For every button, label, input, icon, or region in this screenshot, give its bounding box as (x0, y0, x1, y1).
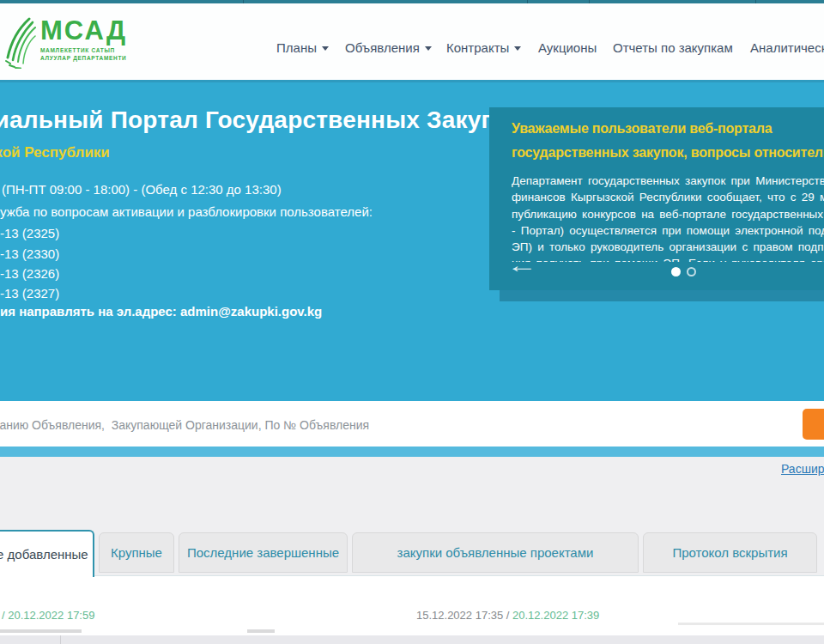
portal-title: Официальный Портал Государственных Закуп… (0, 106, 523, 134)
support-phone: -13 (2327) (0, 286, 59, 301)
logo-text: МСАД МАМЛЕКЕТТИК САТЫП АЛУУЛАР ДЕПАРТАМЕ… (40, 17, 127, 61)
nav-item-announcements[interactable]: Объявления (345, 40, 432, 55)
announcement-heading-line1: Уважаемые пользователи веб-портала (512, 121, 772, 137)
nav-label: Аналитические отчеты (750, 40, 824, 55)
admin-email-line: ия направлять на эл.адрес: admin@zakupki… (0, 304, 322, 319)
working-hours: (ПН-ПТ 09:00 - 18:00) - (Обед с 12:30 до… (2, 182, 282, 197)
hero-banner: Официальный Портал Государственных Закуп… (0, 80, 824, 401)
nav-label: Объявления (345, 40, 420, 55)
announcement-body-line: - Портал) осуществляется при помощи элек… (512, 222, 824, 239)
nav-label: Отчеты по закупкам (613, 40, 733, 55)
carousel-dot-active[interactable] (671, 267, 681, 276)
announcement-body-line: Департамент государственных закупок при … (512, 173, 824, 189)
carousel-dot[interactable] (687, 267, 696, 276)
support-service-line: ужба по вопросам активации и разблокиров… (0, 204, 373, 219)
portal-subtitle: Кыргызской Республики (0, 144, 110, 161)
announcement-body-line: финансов Кыргызской Республики сообщает,… (512, 189, 824, 205)
support-phone: -13 (2330) (0, 246, 59, 261)
announcement-heading-line2: государственных закупок, вопросы относит… (512, 145, 824, 161)
search-bar (0, 401, 824, 447)
horizontal-scrollbar[interactable] (0, 635, 824, 644)
carousel-dots (671, 267, 696, 276)
logo[interactable]: МСАД МАМЛЕКЕТТИК САТЫП АЛУУЛАР ДЕПАРТАМЕ… (5, 17, 127, 72)
nav-item-procurement-reports[interactable]: Отчеты по закупкам (613, 40, 733, 55)
logo-title: МСАД (40, 17, 127, 46)
publish-date: / 20.12.2022 17:59 (2, 609, 94, 622)
nav-item-plans[interactable]: Планы (276, 40, 329, 55)
cyan-divider-strip (0, 447, 824, 457)
chevron-down-icon (425, 46, 432, 51)
clipped-item-text (678, 623, 824, 625)
list-item-dates: 15.12.2022 17:35 / 20.12.2022 17:39 (416, 609, 599, 622)
update-date: 20.12.2022 17:39 (512, 609, 599, 622)
nav-label: Контракты (446, 40, 509, 55)
search-button[interactable] (803, 409, 824, 440)
nav-label: Планы (276, 40, 317, 55)
advanced-search-link[interactable]: Расширенный поиск (781, 462, 824, 476)
logo-subtitle-line1: МАМЛЕКЕТТИК САТЫП (40, 47, 127, 53)
list-item-dates: / 20.12.2022 17:59 (2, 609, 94, 622)
nav-item-contracts[interactable]: Контракты (446, 40, 521, 55)
nav-label: Аукционы (538, 40, 597, 55)
site-header: МСАД МАМЛЕКЕТТИК САТЫП АЛУУЛАР ДЕПАРТАМЕ… (0, 3, 824, 80)
tab-project-procurements[interactable]: закупки объявленные проектами (352, 532, 639, 573)
support-phone: -13 (2325) (0, 226, 59, 240)
scrollbar-divider (60, 635, 61, 644)
tab-content-panel: / 20.12.2022 17:59 15.12.2022 17:35 / 20… (0, 575, 824, 644)
chevron-down-icon (514, 46, 521, 51)
announcement-body-line: ния получать при помощи ЭП. Если у руков… (512, 255, 824, 262)
announcement-body-line: ЭП) и только руководитель организации с … (512, 239, 824, 255)
publish-date: 15.12.2022 17:35 / (416, 609, 512, 622)
announcement-body: Департамент государственных закупок при … (512, 173, 824, 262)
search-input[interactable] (0, 411, 784, 439)
tab-latest-completed[interactable]: Последние завершенные (179, 532, 348, 573)
support-phone: -13 (2326) (0, 266, 59, 281)
wing-logo-icon (5, 17, 36, 72)
nav-item-analytic-reports[interactable]: Аналитические отчеты (750, 40, 824, 55)
carousel-prev-arrow-icon[interactable]: ← (506, 255, 537, 276)
chevron-down-icon (322, 46, 329, 51)
tab-opening-protocol[interactable]: Протокол вскрытия (643, 532, 817, 573)
logo-subtitle-line2: АЛУУЛАР ДЕПАРТАМЕНТИ (40, 55, 127, 61)
announcement-body-line: публикацию конкурсов на веб-портале госу… (512, 206, 824, 222)
tab-large[interactable]: Крупные (99, 532, 174, 573)
tab-latest-added[interactable]: Последние добавленные (0, 530, 94, 577)
announcement-panel: Уважаемые пользователи веб-портала госуд… (489, 107, 824, 290)
clipped-item-text (247, 629, 275, 633)
nav-item-auctions[interactable]: Аукционы (538, 40, 597, 55)
clipped-item-text (0, 629, 82, 633)
